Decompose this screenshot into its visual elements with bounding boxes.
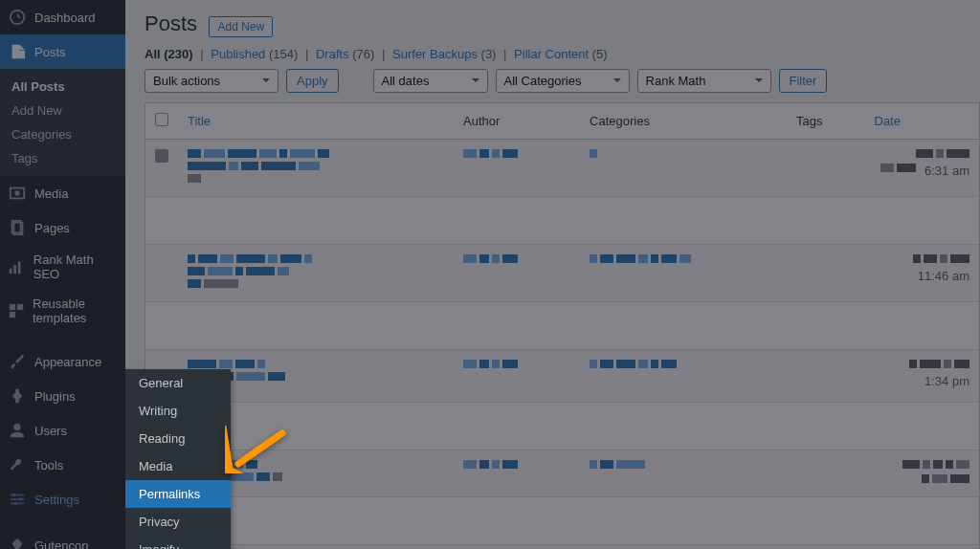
plugin-icon: [8, 386, 27, 406]
table-row[interactable]: [145, 496, 980, 544]
col-categories[interactable]: Categories: [580, 102, 787, 139]
sidebar-label: Tools: [34, 458, 63, 472]
row-checkbox[interactable]: [155, 149, 168, 163]
sidebar-label: Pages: [34, 221, 70, 235]
posts-submenu: All Posts Add New Categories Tags: [0, 69, 125, 176]
settings-icon: [8, 490, 27, 509]
svg-rect-6: [14, 265, 17, 274]
filter-button[interactable]: Filter: [779, 69, 828, 93]
table-row[interactable]: [145, 402, 980, 450]
view-all[interactable]: All (230): [145, 47, 193, 61]
svg-rect-8: [10, 304, 15, 310]
sidebar-label: Dashboard: [34, 11, 96, 25]
flyout-item-writing[interactable]: Writing: [125, 397, 231, 425]
svg-rect-5: [10, 269, 12, 274]
apply-button[interactable]: Apply: [286, 69, 339, 93]
sidebar-item-tools[interactable]: Tools: [0, 448, 125, 482]
sidebar-item-reusable[interactable]: Reusable templates: [0, 289, 125, 333]
rank-filter-select[interactable]: Rank Math: [637, 69, 771, 93]
sidebar-label: Gutencon: [34, 538, 88, 550]
page-title: Posts: [145, 11, 197, 36]
svg-rect-9: [17, 304, 23, 310]
flyout-item-privacy[interactable]: Privacy: [125, 508, 231, 536]
table-row[interactable]: [145, 301, 980, 349]
col-tags[interactable]: Tags: [787, 102, 864, 139]
date-filter-select[interactable]: All dates: [373, 69, 488, 93]
table-row[interactable]: [145, 544, 980, 549]
row-time: 11:46 am: [918, 269, 969, 283]
settings-flyout: General Writing Reading Media Permalinks…: [125, 369, 231, 549]
submenu-item-all-posts[interactable]: All Posts: [0, 75, 125, 99]
admin-sidebar: Dashboard Posts All Posts Add New Catego…: [0, 0, 125, 549]
sidebar-item-plugins[interactable]: Plugins: [0, 379, 125, 413]
page-header: Posts Add New: [125, 0, 980, 37]
flyout-item-media[interactable]: Media: [125, 452, 231, 480]
svg-rect-10: [10, 312, 15, 318]
svg-rect-7: [18, 262, 21, 274]
row-time: 6:31 am: [924, 164, 969, 178]
svg-point-11: [13, 424, 20, 430]
select-all-checkbox[interactable]: [155, 113, 168, 126]
flyout-item-reading[interactable]: Reading: [125, 425, 231, 452]
user-icon: [8, 421, 27, 440]
sidebar-label: Users: [34, 424, 67, 438]
svg-point-15: [12, 494, 16, 497]
table-row[interactable]: [145, 196, 980, 244]
sidebar-label: Appearance: [34, 355, 101, 369]
view-filters: All (230) | Published (154) | Drafts (76…: [145, 47, 961, 61]
posts-icon: [8, 42, 27, 61]
col-checkbox: [145, 102, 179, 139]
dashboard-icon: [8, 8, 27, 27]
main-content: Posts Add New All (230) | Published (154…: [125, 0, 980, 549]
sidebar-item-settings[interactable]: Settings: [0, 482, 125, 516]
blocks-icon: [8, 301, 25, 320]
tablenav: Bulk actions Apply All dates All Categor…: [125, 69, 980, 102]
svg-point-1: [14, 190, 19, 195]
table-row[interactable]: 11:46 am: [145, 244, 980, 301]
submenu-item-add-new[interactable]: Add New: [0, 99, 125, 122]
svg-point-17: [13, 502, 17, 506]
view-published[interactable]: Published (154): [211, 47, 298, 61]
media-icon: [8, 184, 27, 203]
sidebar-label: Settings: [34, 493, 79, 507]
submenu-item-categories[interactable]: Categories: [0, 122, 125, 146]
sidebar-item-gutencon[interactable]: Gutencon: [0, 528, 125, 549]
sidebar-item-appearance[interactable]: Appearance: [0, 344, 125, 379]
table-row[interactable]: 6:31 am: [145, 139, 980, 196]
chart-icon: [8, 257, 26, 276]
sidebar-label: Rank Math SEO: [33, 253, 118, 281]
flyout-item-permalinks[interactable]: Permalinks: [125, 480, 231, 508]
col-author[interactable]: Author: [454, 102, 580, 139]
sidebar-item-media[interactable]: Media: [0, 176, 125, 210]
sidebar-label: Plugins: [34, 389, 76, 404]
submenu-item-tags[interactable]: Tags: [0, 146, 125, 170]
view-surfer[interactable]: Surfer Backups (3): [392, 47, 496, 61]
col-date[interactable]: Date: [865, 102, 980, 139]
table-row[interactable]: [145, 450, 980, 496]
table-row[interactable]: 1:34 pm: [145, 349, 980, 402]
brush-icon: [8, 352, 27, 371]
sidebar-item-dashboard[interactable]: Dashboard: [0, 0, 125, 34]
diamond-icon: [8, 536, 27, 549]
sidebar-item-rank-math[interactable]: Rank Math SEO: [0, 245, 125, 289]
flyout-item-imagify[interactable]: Imagify: [125, 536, 231, 549]
row-time: 1:34 pm: [924, 374, 969, 388]
sidebar-label: Media: [34, 187, 68, 201]
col-title[interactable]: Title: [178, 102, 454, 139]
sidebar-label: Posts: [34, 45, 66, 59]
wrench-icon: [8, 455, 27, 474]
sidebar-item-users[interactable]: Users: [0, 413, 125, 448]
sidebar-item-pages[interactable]: Pages: [0, 210, 125, 245]
view-pillar[interactable]: Pillar Content (5): [514, 47, 608, 61]
posts-table: Title Author Categories Tags Date: [145, 102, 980, 549]
category-filter-select[interactable]: All Categories: [496, 69, 630, 93]
sidebar-item-posts[interactable]: Posts: [0, 34, 125, 69]
bulk-action-select[interactable]: Bulk actions: [145, 69, 278, 93]
view-drafts[interactable]: Drafts (76): [316, 47, 374, 61]
pages-icon: [8, 218, 27, 237]
flyout-item-general[interactable]: General: [125, 369, 231, 397]
svg-point-16: [19, 497, 23, 501]
sidebar-label: Reusable templates: [33, 296, 118, 325]
add-new-button[interactable]: Add New: [209, 16, 273, 37]
